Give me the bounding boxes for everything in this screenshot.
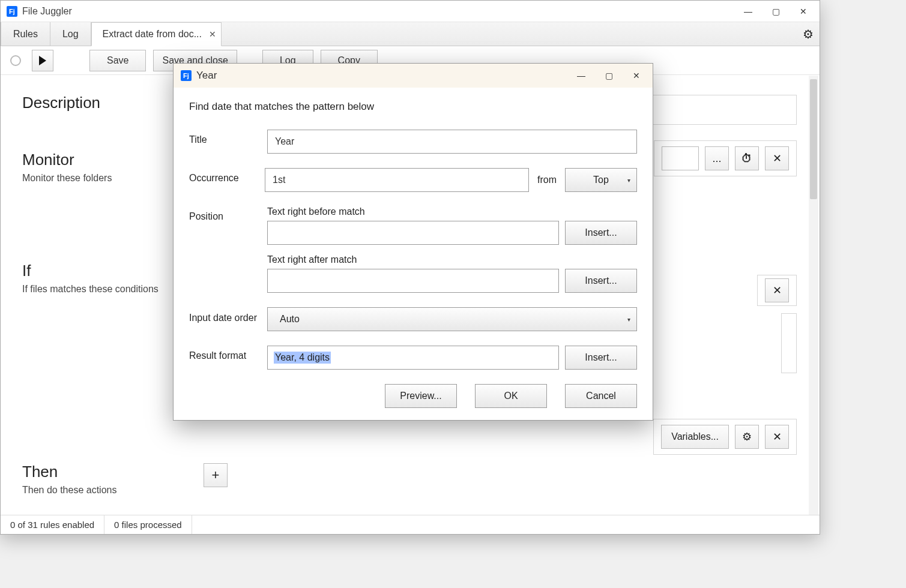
cancel-button[interactable]: Cancel xyxy=(565,384,637,408)
monitor-heading: Monitor xyxy=(22,151,178,169)
label-title: Title xyxy=(189,130,267,145)
label-text-after: Text right after match xyxy=(267,254,637,265)
if-remove-button[interactable]: ✕ xyxy=(765,278,789,302)
tab-extract-date[interactable]: Extract date from doc... ✕ xyxy=(91,22,222,46)
year-dialog: Fj Year — ▢ ✕ Find date that matches the… xyxy=(173,63,653,421)
chevron-down-icon: ▾ xyxy=(627,316,630,323)
status-files-processed: 0 files processed xyxy=(104,515,192,534)
from-dropdown-value: Top xyxy=(593,175,609,185)
if-panel-1: ✕ xyxy=(757,275,797,306)
title-input[interactable] xyxy=(267,130,637,154)
dialog-minimize-button[interactable]: — xyxy=(567,66,595,85)
description-heading: Description xyxy=(22,94,178,112)
monitor-panel: ... ✕ xyxy=(654,140,797,176)
browse-button[interactable]: ... xyxy=(705,146,729,170)
titlebar: Fj File Juggler — ▢ ✕ xyxy=(1,1,820,22)
preview-button[interactable]: Preview... xyxy=(385,384,457,408)
chevron-down-icon: ▾ xyxy=(627,177,630,184)
dialog-title: Year xyxy=(196,70,217,82)
dialog-maximize-button[interactable]: ▢ xyxy=(595,66,623,85)
from-dropdown[interactable]: Top ▾ xyxy=(565,168,637,192)
text-before-input[interactable] xyxy=(267,221,559,245)
field-position: Position Text right before match Insert.… xyxy=(189,206,637,245)
monitor-remove-button[interactable]: ✕ xyxy=(765,146,789,170)
field-position-after: Text right after match Insert... xyxy=(189,254,637,293)
settings-gear-icon[interactable] xyxy=(803,27,814,41)
tab-active-label: Extract date from doc... xyxy=(103,29,202,40)
insert-before-button[interactable]: Insert... xyxy=(565,221,637,245)
result-format-value: Year, 4 digits xyxy=(274,352,331,364)
dialog-body: Find date that matches the pattern below… xyxy=(174,88,653,420)
field-result-format: Result format Year, 4 digits Insert... xyxy=(189,346,637,370)
window-maximize-button[interactable]: ▢ xyxy=(762,2,790,21)
run-button[interactable] xyxy=(32,50,53,71)
window-close-button[interactable]: ✕ xyxy=(790,2,817,21)
label-from: from xyxy=(537,175,557,185)
then-heading: Then xyxy=(22,463,178,481)
monitor-path-input[interactable] xyxy=(662,146,699,170)
dialog-instruction: Find date that matches the pattern below xyxy=(189,101,637,113)
dialog-app-icon: Fj xyxy=(181,70,192,81)
label-result-format: Result format xyxy=(189,346,267,361)
if-heading: If xyxy=(22,262,178,280)
tab-close-icon[interactable]: ✕ xyxy=(209,29,216,39)
status-rules-enabled: 0 of 31 rules enabled xyxy=(1,515,104,534)
then-settings-icon[interactable] xyxy=(735,425,759,449)
play-icon xyxy=(39,56,46,65)
result-format-input[interactable]: Year, 4 digits xyxy=(267,346,559,370)
app-icon: Fj xyxy=(7,6,17,17)
monitor-subheading: Monitor these folders xyxy=(22,173,178,184)
input-date-order-value: Auto xyxy=(280,314,300,325)
field-occurrence: Occurrence from Top ▾ xyxy=(189,168,637,192)
input-date-order-dropdown[interactable]: Auto ▾ xyxy=(267,307,637,331)
section-labels: Description Monitor Monitor these folder… xyxy=(22,94,178,496)
status-circle-icon xyxy=(10,55,21,66)
vertical-scrollbar[interactable] xyxy=(809,76,818,515)
app-title: File Juggler xyxy=(22,6,72,17)
window-minimize-button[interactable]: — xyxy=(734,2,762,21)
field-input-date-order: Input date order Auto ▾ xyxy=(189,307,637,331)
statusbar: 0 of 31 rules enabled 0 files processed xyxy=(1,515,820,534)
dialog-close-button[interactable]: ✕ xyxy=(623,66,650,85)
dialog-buttons: Preview... OK Cancel xyxy=(189,384,637,408)
add-action-button[interactable]: + xyxy=(204,463,228,487)
dialog-titlebar: Fj Year — ▢ ✕ xyxy=(174,64,653,88)
text-after-input[interactable] xyxy=(267,269,559,293)
label-position: Position xyxy=(189,206,267,222)
scrollbar-thumb[interactable] xyxy=(810,79,817,199)
schedule-icon[interactable] xyxy=(735,146,759,170)
label-occurrence: Occurrence xyxy=(189,168,265,184)
field-title: Title xyxy=(189,130,637,154)
occurrence-input[interactable] xyxy=(265,168,529,192)
ok-button[interactable]: OK xyxy=(475,384,547,408)
if-panel-2 xyxy=(781,313,797,373)
tab-rules[interactable]: Rules xyxy=(1,22,50,46)
label-input-date-order: Input date order xyxy=(189,307,267,324)
save-button[interactable]: Save xyxy=(89,50,146,71)
then-remove-button[interactable]: ✕ xyxy=(765,425,789,449)
label-position-empty xyxy=(189,254,267,259)
label-text-before: Text right before match xyxy=(267,206,637,217)
if-subheading: If files matches these conditions xyxy=(22,284,178,295)
tab-log[interactable]: Log xyxy=(50,22,91,46)
insert-result-button[interactable]: Insert... xyxy=(565,346,637,370)
insert-after-button[interactable]: Insert... xyxy=(565,269,637,293)
tabstrip: Rules Log Extract date from doc... ✕ xyxy=(1,22,820,46)
then-subheading: Then do these actions xyxy=(22,485,178,496)
then-panel: Variables... ✕ xyxy=(653,419,797,455)
variables-button[interactable]: Variables... xyxy=(661,425,729,449)
